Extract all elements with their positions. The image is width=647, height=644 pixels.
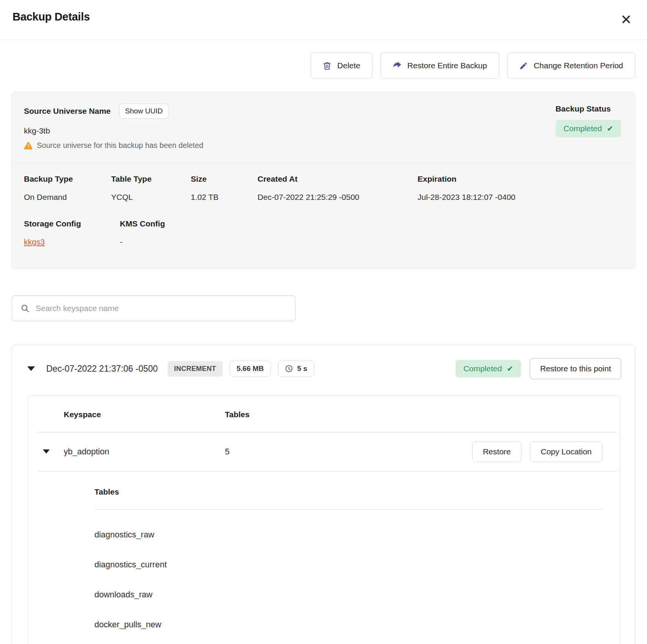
nested-tables-section: Tables diagnostics_raw diagnostics_curre… [28,471,619,644]
restore-entire-backup-label: Restore Entire Backup [407,61,487,70]
keyspace-table-row: yb_adoption 5 Restore Copy Location [28,432,619,471]
backup-summary-panel: Source Universe Name Show UUID kkg-3tb S… [12,92,635,269]
increment-backup-card: Dec-07-2022 21:37:06 -0500 INCREMENT 5.6… [12,345,635,644]
tables-column-header: Tables [225,410,602,419]
backup-status-block: Backup Status Completed ✔ [556,104,621,137]
backup-status-badge: Completed ✔ [556,120,621,137]
collapse-caret-icon[interactable] [27,366,35,371]
field-label: KMS Config [120,219,165,228]
field-expiration: Expiration Jul-28-2023 18:12:07 -0400 [418,174,515,202]
delete-button[interactable]: Delete [311,52,372,79]
field-table-type: Table Type YCQL [111,174,191,202]
field-storage-config: Storage Config kkgs3 [24,219,120,247]
table-list-item: diagnostics_current [94,560,602,570]
field-label: Backup Type [24,174,111,184]
table-list-item: downloads_raw [94,590,602,600]
keyspace-name: yb_adoption [64,447,225,457]
source-universe-block: Source Universe Name Show UUID kkg-3tb S… [24,104,203,150]
page-title: Backup Details [13,11,90,23]
increment-size-badge: 5.66 MB [230,361,271,377]
keyspace-table-card: Keyspace Tables yb_adoption 5 Restore Co… [27,395,620,644]
field-value: - [120,237,165,247]
row-actions: Restore Copy Location [472,441,602,462]
tables-count: 5 [225,447,472,457]
nested-tables-list: diagnostics_raw diagnostics_current down… [94,530,602,644]
field-label: Created At [258,174,418,184]
field-label: Expiration [418,174,515,184]
keyspace-search-box [12,295,295,321]
increment-status-text: Completed [463,364,502,373]
field-value: Jul-28-2023 18:12:07 -0400 [418,193,515,202]
field-label: Size [191,174,258,184]
row-expand-caret-icon[interactable] [43,449,50,454]
universe-deleted-warning-text: Source universe for this backup has been… [37,141,203,150]
delete-button-label: Delete [337,61,360,70]
nested-tables-header: Tables [94,487,602,496]
restore-to-this-point-button[interactable]: Restore to this point [530,358,621,379]
close-button[interactable] [619,12,633,27]
clock-icon [285,364,293,373]
restore-arrow-icon [393,61,402,70]
restore-entire-backup-button[interactable]: Restore Entire Backup [380,52,499,79]
copy-location-button[interactable]: Copy Location [530,441,602,462]
modal-header: Backup Details [0,0,647,40]
close-icon [620,14,632,25]
change-retention-period-label: Change Retention Period [534,61,623,70]
divider [94,509,602,510]
field-value: YCQL [111,193,191,202]
field-label: Storage Config [24,219,120,228]
backup-details-modal: Backup Details Delete Restore Entire Bac… [0,0,647,644]
config-fields-row: Storage Config kkgs3 KMS Config - [12,202,635,269]
check-icon: ✔ [607,124,613,133]
table-list-item: diagnostics_raw [94,530,602,540]
source-universe-label: Source Universe Name [24,107,111,116]
field-created-at: Created At Dec-07-2022 21:25:29 -0500 [258,174,418,202]
keyspace-column-header: Keyspace [64,410,225,419]
keyspace-table-header: Keyspace Tables [28,410,619,432]
trash-icon [323,61,331,70]
warning-triangle-icon [24,141,33,149]
field-value: 1.02 TB [191,193,258,202]
increment-type-badge: INCREMENT [168,361,223,377]
search-input[interactable] [36,304,287,313]
backup-status-label: Backup Status [556,104,611,113]
field-kms-config: KMS Config - [120,219,165,247]
search-icon [20,304,30,313]
change-retention-period-button[interactable]: Change Retention Period [507,52,635,79]
field-label: Table Type [111,174,191,184]
increment-header-row: Dec-07-2022 21:37:06 -0500 INCREMENT 5.6… [12,345,635,379]
table-list-item: docker_pulls_new [94,620,602,630]
backup-status-badge-text: Completed [564,124,602,133]
increment-duration-text: 5 s [297,364,307,373]
action-buttons-row: Delete Restore Entire Backup Change Rete… [12,52,635,79]
restore-keyspace-button[interactable]: Restore [472,441,521,462]
field-size: Size 1.02 TB [191,174,258,202]
increment-duration-badge: 5 s [278,361,314,377]
increment-timestamp: Dec-07-2022 21:37:06 -0500 [46,364,158,374]
pencil-icon [519,61,528,70]
backup-fields-row: Backup Type On Demand Table Type YCQL Si… [12,163,635,202]
show-uuid-button[interactable]: Show UUID [119,104,169,119]
field-backup-type: Backup Type On Demand [24,174,111,202]
universe-deleted-warning: Source universe for this backup has been… [24,141,203,150]
universe-name: kkg-3tb [24,126,203,135]
storage-config-link[interactable]: kkgs3 [24,237,45,246]
summary-top-section: Source Universe Name Show UUID kkg-3tb S… [12,92,635,163]
field-value: On Demand [24,193,111,202]
field-value: Dec-07-2022 21:25:29 -0500 [258,193,418,202]
increment-status-badge: Completed ✔ [455,360,521,377]
check-icon: ✔ [507,364,513,373]
